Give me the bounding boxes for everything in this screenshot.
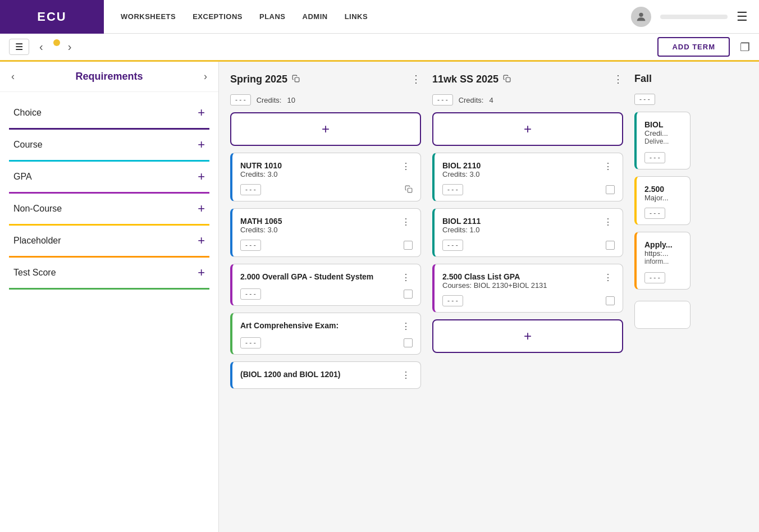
card-gpa-class-list-menu[interactable]: ⋮	[601, 272, 615, 283]
add-card-11wk-2025-button[interactable]: +	[432, 112, 623, 146]
card-math-1065-credits: Credits: 3.0	[240, 226, 282, 234]
add-card-11wk-2025-bottom-button[interactable]: +	[432, 319, 623, 353]
card-fall-apply-credits: https:...	[644, 249, 673, 258]
sidebar-item-label-choice: Choice	[13, 108, 42, 118]
sidebar-item-choice[interactable]: Choice +	[9, 98, 209, 130]
card-nutr-1010-copy-icon[interactable]	[405, 185, 413, 195]
card-fall-2500: 2.500 Major... - - -	[634, 176, 691, 225]
card-art-exam-menu[interactable]: ⋮	[399, 321, 413, 332]
card-gpa-overall-menu[interactable]: ⋮	[399, 272, 413, 283]
card-math-1065-footer: - - -	[240, 240, 413, 251]
hamburger-icon[interactable]: ☰	[737, 10, 748, 24]
card-fall-apply: Apply... https:... inform... - - -	[634, 232, 691, 290]
sidebar-item-course[interactable]: Course +	[9, 130, 209, 162]
card-biol-1200: (BIOL 1200 and BIOL 1201) ⋮	[230, 361, 421, 389]
card-math-1065-grade: - - -	[240, 240, 261, 251]
user-avatar[interactable]	[631, 7, 651, 27]
term-header-fall: Fall	[634, 73, 691, 85]
sidebar-prev-button[interactable]: ‹	[11, 71, 15, 82]
term-header-left-11wk: 11wk SS 2025	[432, 74, 511, 85]
nav-exceptions[interactable]: EXCEPTIONS	[193, 12, 243, 21]
term-sub-spring-2025: - - - Credits: 10	[230, 94, 421, 106]
card-gpa-overall-grade: - - -	[240, 288, 261, 300]
card-biol-2111-checkbox[interactable]	[606, 241, 615, 250]
card-fall-empty	[634, 301, 691, 329]
card-fall-apply-sub: inform...	[644, 258, 673, 265]
term-header-spring-2025: Spring 2025 ⋮	[230, 73, 421, 85]
card-fall-biol: BIOL Credi... Delive... - - -	[634, 112, 691, 169]
card-fall-biol-sub: Delive...	[644, 137, 669, 145]
term-menu-11wk-2025[interactable]: ⋮	[613, 73, 623, 85]
sidebar-item-gpa[interactable]: GPA +	[9, 162, 209, 194]
nav-plans[interactable]: PLANS	[259, 12, 286, 21]
sidebar-add-placeholder-button[interactable]: +	[198, 233, 205, 248]
logo-text: ECU	[37, 10, 66, 24]
card-gpa-class-list-checkbox[interactable]	[606, 296, 615, 305]
card-biol-1200-menu[interactable]: ⋮	[399, 370, 413, 380]
sidebar-add-course-button[interactable]: +	[198, 137, 205, 152]
card-biol-2111-header: BIOL 2111 Credits: 1.0 ⋮	[442, 217, 615, 234]
card-gpa-class-list: 2.500 Class List GPA Courses: BIOL 2130+…	[432, 264, 623, 313]
term-copy-icon-spring-2025[interactable]	[292, 75, 300, 84]
card-art-exam-footer: - - -	[240, 337, 413, 348]
card-biol-2111-title: BIOL 2111	[442, 217, 481, 226]
card-gpa-class-list-title: 2.500 Class List GPA	[442, 272, 547, 281]
card-fall-biol-title: BIOL	[644, 120, 669, 129]
logo: ECU	[0, 0, 104, 34]
card-math-1065-checkbox[interactable]	[404, 241, 413, 250]
term-title-fall: Fall	[634, 73, 652, 85]
sidebar-add-testscore-button[interactable]: +	[198, 265, 205, 280]
term-grade-badge-11wk-2025: - - -	[432, 94, 453, 106]
card-biol-2110-menu[interactable]: ⋮	[601, 161, 615, 172]
nav-prev-button[interactable]: ‹	[35, 39, 48, 54]
svg-rect-1	[295, 77, 299, 82]
card-fall-2500-header: 2.500 Major...	[644, 185, 682, 202]
card-nutr-1010-info: NUTR 1010 Credits: 3.0	[240, 161, 282, 178]
card-fall-apply-footer: - - -	[644, 272, 682, 283]
sidebar-item-label-noncourse: Non-Course	[13, 204, 62, 214]
nav-worksheets[interactable]: WORKSHEETS	[121, 12, 176, 21]
expand-button[interactable]: ❐	[740, 40, 750, 54]
card-art-exam-header: Art Comprehensive Exam: ⋮	[240, 321, 413, 332]
term-menu-spring-2025[interactable]: ⋮	[411, 73, 421, 85]
card-math-1065-menu[interactable]: ⋮	[399, 217, 413, 227]
sidebar-next-button[interactable]: ›	[204, 71, 207, 82]
nav-next-button[interactable]: ›	[63, 39, 76, 54]
sidebar-item-label-testscore: Test Score	[13, 268, 56, 278]
toolbar-nav-buttons: ‹ ›	[35, 39, 76, 54]
card-math-1065-title: MATH 1065	[240, 217, 282, 226]
term-column-fall: Fall - - - BIOL Credi... Delive... - - -	[634, 73, 691, 329]
nav-dot-indicator	[53, 39, 60, 46]
card-biol-2111-grade: - - -	[442, 240, 463, 251]
sidebar-item-placeholder[interactable]: Placeholder +	[9, 226, 209, 258]
card-gpa-overall-checkbox[interactable]	[404, 290, 413, 299]
term-credits-11wk-2025: 4	[489, 96, 493, 104]
term-header-left-fall: Fall	[634, 73, 652, 85]
card-biol-2110-checkbox[interactable]	[606, 185, 615, 194]
card-biol-1200-title: (BIOL 1200 and BIOL 1201)	[240, 370, 340, 379]
card-art-exam-checkbox[interactable]	[404, 338, 413, 347]
menu-toggle-button[interactable]: ☰	[9, 39, 29, 55]
sidebar-item-testscore[interactable]: Test Score +	[9, 258, 209, 290]
sidebar-add-choice-button[interactable]: +	[198, 106, 205, 120]
sidebar-item-label-course: Course	[13, 140, 43, 150]
card-math-1065-header: MATH 1065 Credits: 3.0 ⋮	[240, 217, 413, 234]
sidebar-add-gpa-button[interactable]: +	[198, 169, 205, 184]
sidebar-add-noncourse-button[interactable]: +	[198, 201, 205, 216]
term-header-11wk-2025: 11wk SS 2025 ⋮	[432, 73, 623, 85]
nav-admin[interactable]: ADMIN	[303, 12, 328, 21]
svg-point-0	[639, 12, 643, 16]
sidebar-item-noncourse[interactable]: Non-Course +	[9, 194, 209, 226]
card-biol-2111-info: BIOL 2111 Credits: 1.0	[442, 217, 481, 234]
term-copy-icon-11wk-2025[interactable]	[503, 75, 511, 84]
add-card-spring-2025-button[interactable]: +	[230, 112, 421, 146]
card-math-1065-info: MATH 1065 Credits: 3.0	[240, 217, 282, 234]
nav-links-item[interactable]: LINKS	[345, 12, 368, 21]
term-title-spring-2025: Spring 2025	[230, 74, 287, 85]
term-column-11wk-2025: 11wk SS 2025 ⋮ - - - Credits: 4 + BIOL 2…	[432, 73, 623, 353]
add-term-button[interactable]: ADD TERM	[657, 37, 730, 57]
card-biol-2110-credits: Credits: 3.0	[442, 170, 481, 178]
card-nutr-1010-menu[interactable]: ⋮	[399, 161, 413, 172]
card-gpa-class-list-courses: Courses: BIOL 2130+BIOL 2131	[442, 281, 547, 290]
card-biol-2111-menu[interactable]: ⋮	[601, 217, 615, 227]
